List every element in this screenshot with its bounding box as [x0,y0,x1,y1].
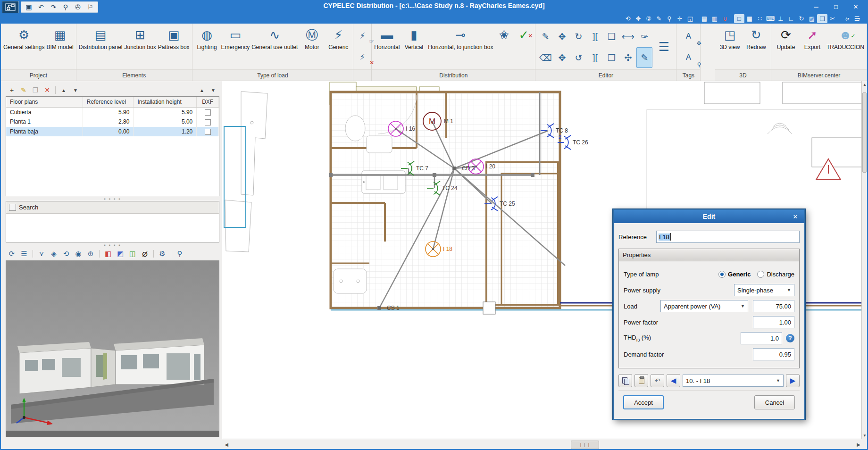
dxf-checkbox[interactable] [205,129,211,135]
edit-button[interactable]: ✎ [18,85,29,95]
load-type-select[interactable]: Apparent power (VA)▼ [660,300,748,312]
column-header-installation-height[interactable]: Installation height [134,97,197,108]
scroll-up-arrow[interactable]: ▲ [862,81,868,88]
paste-button[interactable] [634,374,648,387]
column-header-dxf[interactable]: DXF [197,97,219,108]
quick-edit-icon[interactable]: ✎ [654,14,664,23]
layers-button[interactable]: ☰ [653,26,674,68]
save-icon[interactable]: ▣ [23,2,34,12]
edit-dimensions-button[interactable]: ✎ [636,47,652,68]
erase-button[interactable]: ⌫ [537,47,553,68]
floor-row-planta-baja[interactable]: Planta baja0.001.20 [6,127,219,136]
undo-button[interactable]: ↶ [651,374,664,387]
ribbon-button-redraw[interactable]: ↻Redraw [743,25,769,69]
column-header-floor-plans[interactable]: Floor plans [6,97,83,108]
ribbon-button-motor[interactable]: ⓂMotor [299,25,325,69]
copy-button[interactable]: ❐ [30,85,41,95]
edit-button[interactable]: ✎ [537,26,553,47]
stretch-button[interactable]: ✣ [620,47,636,68]
ribbon-button-update[interactable]: ⟳Update [773,25,799,69]
section-front-icon[interactable]: ◧ [103,249,113,258]
solid-view-icon[interactable]: ◈ [49,249,59,258]
match-properties-button[interactable]: ✑ [636,26,652,47]
search-checkbox[interactable] [9,204,16,211]
delete-button[interactable]: ✕ [42,85,52,95]
layer-visibility-icon[interactable]: ☰ [19,249,29,258]
keyboard-input-icon[interactable]: ⌨ [765,14,776,23]
assign-load-button[interactable]: ⚡☞ [354,28,370,44]
radio-generic[interactable]: Generic [718,271,751,278]
close-button[interactable]: ✕ [846,2,865,11]
horizontal-scroll-thumb[interactable]: ❘❘❘ [571,441,599,449]
dxf-template-icon[interactable]: ▤ [699,14,709,23]
snap-icon[interactable]: ∪ [720,14,730,23]
grid-icon[interactable]: ▦ [744,14,755,23]
redo-icon[interactable]: ↷ [48,2,59,12]
floor-row-planta-1[interactable]: Planta 12.805.00 [6,117,219,126]
section-diagonal-icon[interactable]: ◩ [115,249,125,258]
resources-icon[interactable]: ✇ [72,2,83,12]
collapse-down-button[interactable]: ▼ [208,85,218,95]
tools-icon[interactable]: ✂ [827,14,838,23]
previous-element-button[interactable]: ◀ [667,374,680,387]
search-tag-button[interactable]: A⚲ [679,48,697,67]
load-value-input[interactable]: 75.00 [753,300,794,312]
minimize-button[interactable]: ─ [807,2,826,11]
reference-book-icon[interactable]: ☰▾ [852,14,862,23]
undo-icon[interactable]: ↶ [35,2,47,12]
ribbon-button-3d-view[interactable]: ◳3D view [717,25,743,69]
dxf-checkbox[interactable] [205,119,211,125]
dialog-title-bar[interactable]: Edit ✕ [614,210,804,223]
cancel-button[interactable]: Cancel [754,395,795,409]
ribbon-button-wand[interactable]: ✬ [494,25,513,69]
scroll-left-arrow[interactable]: ◀ [222,440,231,450]
plan-symbol-tc-26[interactable]: TC 26 [558,135,588,150]
copy-level-button[interactable]: ❏ [603,26,619,47]
ribbon-button-bim-model[interactable]: ▦BIM model [46,25,74,69]
zoom-double-icon[interactable]: ② [643,14,654,23]
orbit-icon[interactable]: ◉ [73,249,83,258]
rotate-3d-icon[interactable]: ⟳ [7,249,17,258]
power-factor-input[interactable]: 1.00 [753,316,794,328]
ribbon-button-vertical[interactable]: ▮Vertical [401,25,426,69]
dimensions-icon[interactable]: ⊥ [776,14,786,23]
zoom-window-icon[interactable]: ⚲ [664,14,675,23]
ribbon-button-horizontal[interactable]: ▬Horizontal [374,25,400,69]
zoom-all-icon[interactable]: ✥ [633,14,643,23]
ribbon-button-traduccion[interactable]: ☻✓TRADUCCION [826,25,865,69]
ribbon-button-distribution-panel[interactable]: ▤Distribution panel [78,25,123,69]
column-header-reference-level[interactable]: Reference level [83,97,134,108]
comment-icon[interactable]: ❑ [817,14,827,23]
rotate-object-icon[interactable]: ⟲ [61,249,71,258]
acquire-icon[interactable]: ⚐ [84,2,96,12]
move-button[interactable]: ✥ [554,26,570,47]
thd-input[interactable]: 1.0 [741,332,782,344]
panel-splitter[interactable]: ▪ ▪ ▪ ▪ [6,196,219,201]
polar-track-icon[interactable]: ↻ [796,14,807,23]
hide-elements-icon[interactable]: Ø [140,249,150,258]
axes-icon[interactable]: ⋎ [36,249,47,258]
3d-viewport[interactable] [6,260,219,437]
measure-button[interactable]: ⟷ [620,26,636,47]
move-up-button[interactable]: ▲ [58,85,69,95]
section-top-icon[interactable]: ◫ [127,249,138,258]
add-button[interactable]: + [7,85,17,95]
vertical-scrollbar[interactable]: ▲ ▼ [861,81,867,439]
ribbon-button-generic[interactable]: ⚡Generic [326,25,351,69]
accept-button[interactable]: Accept [623,395,664,409]
move-down-button[interactable]: ▼ [70,85,81,95]
move-tag-button[interactable]: A✥ [679,27,697,46]
turntable-icon[interactable]: ⊕ [85,249,96,258]
3d-settings-icon[interactable]: ⚙ [157,249,167,258]
grid-points-icon[interactable]: ∷ [755,14,765,23]
vertical-scroll-thumb[interactable] [862,92,867,173]
frame-icon[interactable]: □ [734,14,744,23]
panel-splitter-2[interactable]: ▪ ▪ ▪ ▪ [6,242,219,247]
pan-icon[interactable]: ✛ [675,14,685,23]
ribbon-button-general-use-outlet[interactable]: ∿General use outlet [251,25,298,69]
zoom-3d-icon[interactable]: ⚲ [175,249,185,258]
rotate-button[interactable]: ↻ [570,26,586,47]
ribbon-button-general-settings[interactable]: ⚙General settings [3,25,45,69]
ribbon-button-pattress-box[interactable]: ▣Pattress box [158,25,190,69]
ribbon-button-validate[interactable]: ✓✕ [514,25,533,69]
